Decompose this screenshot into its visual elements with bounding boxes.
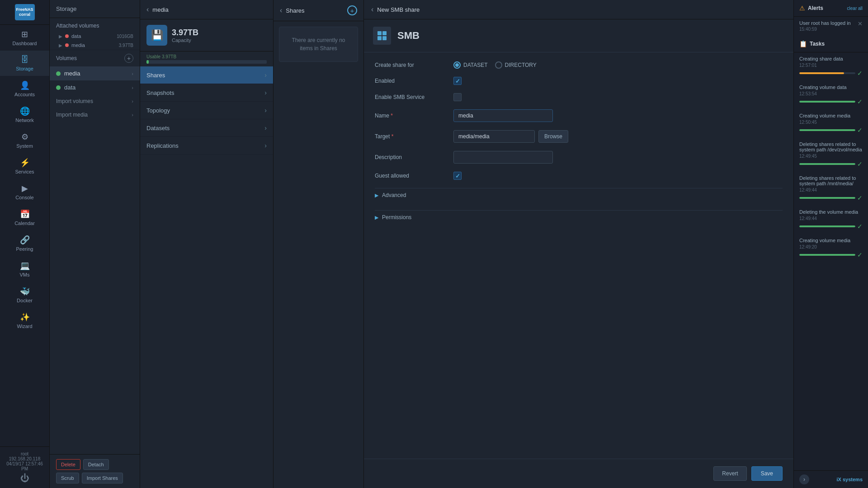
revert-button[interactable]: Revert <box>713 466 746 481</box>
menu-item-snapshots[interactable]: Snapshots › <box>140 84 273 102</box>
task-complete-icon: ✓ <box>857 251 863 258</box>
browse-button[interactable]: Browse <box>538 130 568 143</box>
menu-item-shares[interactable]: Shares › <box>140 66 273 84</box>
scrub-button[interactable]: Scrub <box>56 473 79 483</box>
dataset-radio-circle <box>453 61 461 69</box>
smb-panel-header: ‹ New SMB share <box>364 0 793 19</box>
menu-item-topology[interactable]: Topology › <box>140 102 273 119</box>
task-item: Deleting shares related to system path /… <box>794 172 868 206</box>
task-progress-wrap: ✓ <box>799 70 863 77</box>
task-name: Creating volume data <box>799 84 863 90</box>
import-volumes-link[interactable]: Import volumes › <box>50 94 140 108</box>
dataset-radio[interactable]: DATASET <box>453 61 488 69</box>
name-input[interactable] <box>453 109 553 122</box>
volume-item-data[interactable]: data › <box>50 80 140 94</box>
task-complete-icon: ✓ <box>857 223 863 230</box>
task-progress-wrap: ✓ <box>799 251 863 258</box>
sidebar-item-storage[interactable]: 🗄 Storage <box>0 51 49 76</box>
sidebar-item-network[interactable]: 🌐 Network <box>0 102 49 127</box>
sidebar-item-calendar[interactable]: 📅 Calendar <box>0 205 49 230</box>
enable-smb-service-row: Enable SMB Service <box>375 93 783 101</box>
svg-rect-1 <box>382 31 387 35</box>
sidebar-item-services[interactable]: ⚡ Services <box>0 153 49 179</box>
back-button[interactable]: ‹ <box>280 6 282 14</box>
chevron-right-icon: ▶ <box>375 192 378 198</box>
smb-title-row: SMB <box>364 19 793 52</box>
sidebar-item-dashboard[interactable]: ⊞ Dashboard <box>0 25 49 51</box>
chevron-right-icon: › <box>264 124 267 131</box>
sidebar-item-label: Calendar <box>14 221 35 226</box>
media-volume-icon: 💾 <box>146 25 167 46</box>
clear-all-button[interactable]: clear all <box>847 6 863 11</box>
logo-box: FreeNAScorral <box>15 4 35 20</box>
right-panel-footer: › iX systems <box>794 470 868 488</box>
volume-entry-data: ▶ data 1016GB <box>50 32 140 41</box>
menu-item-datasets[interactable]: Datasets › <box>140 119 273 137</box>
directory-radio-circle <box>495 61 502 69</box>
task-bar-fill <box>799 254 855 256</box>
permissions-expand[interactable]: ▶ Permissions <box>375 210 783 224</box>
volume-item-media[interactable]: media › <box>50 66 140 80</box>
chevron-right-icon: › <box>264 142 267 149</box>
ix-systems-logo: iX systems <box>837 477 863 482</box>
accounts-icon: 👤 <box>20 80 30 90</box>
sidebar-item-peering[interactable]: 🔗 Peering <box>0 230 49 256</box>
smb-icon <box>373 27 391 45</box>
alert-close-button[interactable]: ✕ <box>858 20 863 27</box>
volume-active-dot <box>56 71 61 76</box>
sidebar-item-label: Wizard <box>17 324 32 329</box>
menu-item-replications[interactable]: Replications › <box>140 137 273 155</box>
task-bar-fill <box>799 72 844 74</box>
directory-radio[interactable]: DIRECTORY <box>495 61 537 69</box>
power-button[interactable]: ⏻ <box>5 473 45 483</box>
alert-icon: ⚠ <box>799 5 805 12</box>
save-button[interactable]: Save <box>751 466 783 481</box>
media-header-row: 💾 3.97TB Capacity <box>140 19 273 52</box>
expand-panel-button[interactable]: › <box>799 474 809 484</box>
volume-entry-media: ▶ media 3.97TB <box>50 41 140 50</box>
sidebar-item-vms[interactable]: 💻 VMs <box>0 256 49 282</box>
task-complete-icon: ✓ <box>857 127 863 134</box>
chevron-right-icon: › <box>132 85 133 90</box>
sidebar-item-accounts[interactable]: 👤 Accounts <box>0 76 49 102</box>
sidebar-item-system[interactable]: ⚙ System <box>0 127 49 153</box>
wizard-icon: ✨ <box>20 312 30 322</box>
dashboard-icon: ⊞ <box>21 29 28 39</box>
sidebar-item-console[interactable]: ▶ Console <box>0 179 49 205</box>
back-button[interactable]: ‹ <box>146 5 149 14</box>
storage-icon: 🗄 <box>21 55 29 65</box>
action-buttons: Delete Detach Scrub Import Shares <box>50 454 140 488</box>
task-progress-wrap: ✓ <box>799 98 863 105</box>
task-bar-fill <box>799 129 855 131</box>
task-name: Deleting the volume media <box>799 209 863 215</box>
add-share-button[interactable]: + <box>347 5 357 15</box>
add-volume-button[interactable]: + <box>124 54 133 63</box>
sidebar-item-wizard[interactable]: ✨ Wizard <box>0 308 49 333</box>
import-media-link[interactable]: Import media › <box>50 108 140 122</box>
svg-rect-0 <box>377 31 382 35</box>
target-input[interactable] <box>453 130 535 143</box>
detach-button[interactable]: Detach <box>83 459 109 470</box>
description-input[interactable] <box>453 151 553 164</box>
sidebar-item-docker[interactable]: 🐳 Docker <box>0 282 49 308</box>
console-icon: ▶ <box>22 183 28 193</box>
vms-icon: 💻 <box>20 261 30 271</box>
task-bar-track <box>799 163 855 165</box>
delete-button[interactable]: Delete <box>56 459 80 470</box>
enabled-checkbox[interactable] <box>453 77 462 85</box>
storage-panel: Storage Attached volumes ▶ data 1016GB ▶… <box>50 0 140 488</box>
back-button[interactable]: ‹ <box>371 5 373 14</box>
task-time: 12:53:54 <box>799 91 863 96</box>
task-name: Creating volume media <box>799 238 863 243</box>
sidebar-item-label: Dashboard <box>13 41 37 46</box>
create-share-for-row: Create share for DATASET DIRECTORY <box>375 61 783 69</box>
import-shares-button[interactable]: Import Shares <box>82 473 123 483</box>
smb-form: Create share for DATASET DIRECTORY Enabl… <box>364 52 793 233</box>
alert-time: 15:40:59 <box>799 27 863 32</box>
task-bar-fill <box>799 197 855 199</box>
guest-allowed-checkbox[interactable] <box>453 172 462 180</box>
enable-smb-service-checkbox[interactable] <box>453 93 462 101</box>
advanced-expand[interactable]: ▶ Advanced <box>375 188 783 202</box>
media-panel: ‹ media 💾 3.97TB Capacity Usable 3.97TB … <box>140 0 274 488</box>
chevron-right-icon: › <box>132 112 133 117</box>
